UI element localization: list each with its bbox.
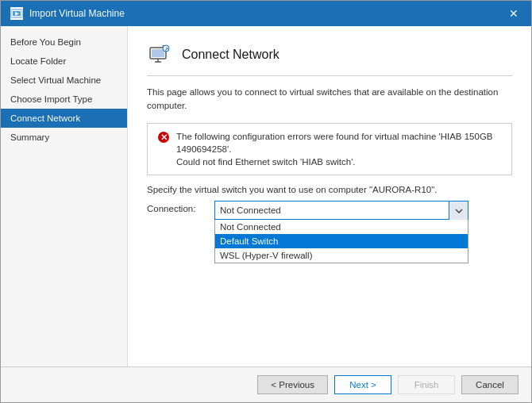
sidebar-item-connect-network[interactable]: Connect Network [1, 109, 127, 128]
sidebar-item-before-you-begin[interactable]: Before You Begin [1, 33, 127, 52]
error-content: The following configuration errors were … [176, 130, 502, 168]
dropdown-display[interactable]: Not Connected [214, 201, 468, 220]
connection-row: Connection: Not Connected Not Connected … [147, 201, 512, 220]
sidebar-item-locate-folder[interactable]: Locate Folder [1, 52, 127, 71]
content-area: Before You Begin Locate Folder Select Vi… [1, 26, 531, 367]
dropdown-option-default-switch[interactable]: Default Switch [215, 234, 468, 248]
page-header: ↗ Connect Network [147, 42, 512, 76]
connection-label-text: Specify the virtual switch you want to u… [147, 185, 512, 194]
sidebar-item-select-virtual-machine[interactable]: Select Virtual Machine [1, 71, 127, 90]
previous-button[interactable]: < Previous [257, 375, 328, 394]
page-icon: ↗ [147, 42, 172, 67]
main-panel: ↗ Connect Network This page allows you t… [128, 26, 531, 367]
footer: < Previous Next > Finish Cancel [1, 367, 531, 402]
connection-field-label: Connection: [147, 201, 206, 213]
title-bar-left: ▶ Import Virtual Machine [10, 7, 125, 20]
dropdown-list: Not Connected Default Switch WSL (Hyper-… [214, 220, 468, 263]
finish-button: Finish [398, 375, 455, 394]
dialog-title: Import Virtual Machine [29, 8, 125, 19]
svg-rect-5 [152, 49, 164, 57]
svg-text:▶: ▶ [15, 11, 19, 16]
cancel-button[interactable]: Cancel [461, 375, 519, 394]
dropdown-container: Not Connected Not Connected Default Swit… [214, 201, 468, 220]
page-title: Connect Network [182, 48, 279, 62]
sidebar-item-choose-import-type[interactable]: Choose Import Type [1, 90, 127, 109]
sidebar-item-summary[interactable]: Summary [1, 128, 127, 147]
error-box: ✕ The following configuration errors wer… [147, 123, 512, 175]
svg-text:✕: ✕ [160, 132, 168, 142]
error-detail: Could not find Ethernet switch 'HIAB swi… [176, 155, 502, 168]
title-bar: ▶ Import Virtual Machine ✕ [1, 1, 531, 26]
dropdown-option-not-connected[interactable]: Not Connected [215, 220, 468, 234]
connection-section: Specify the virtual switch you want to u… [147, 185, 512, 220]
error-title: The following configuration errors were … [176, 130, 502, 155]
import-vm-dialog: ▶ Import Virtual Machine ✕ Before You Be… [0, 0, 532, 403]
close-button[interactable]: ✕ [506, 6, 522, 21]
dropdown-option-wsl[interactable]: WSL (Hyper-V firewall) [215, 248, 468, 263]
sidebar: Before You Begin Locate Folder Select Vi… [1, 26, 128, 367]
error-icon: ✕ [157, 131, 170, 144]
vm-icon: ▶ [10, 7, 23, 20]
svg-text:↗: ↗ [164, 47, 168, 52]
dropdown-selected-value: Not Connected [215, 205, 468, 215]
description-text: This page allows you to connect to virtu… [147, 86, 512, 113]
next-button[interactable]: Next > [334, 375, 391, 394]
